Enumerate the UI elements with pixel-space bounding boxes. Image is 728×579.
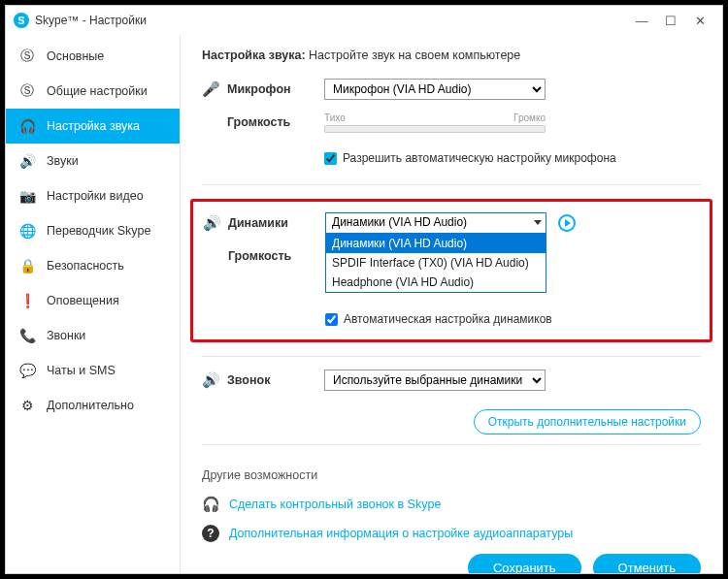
speakers-select[interactable]: Динамики (VIA HD Audio) (325, 212, 546, 234)
sidebar-item-label: Настройки видео (47, 189, 144, 203)
settings-window: S Skype™ - Настройки — ☐ ✕ Ⓢ Основные Ⓢ … (5, 5, 723, 574)
lock-icon: 🔒 (19, 258, 35, 273)
sidebar-item-label: Безопасность (47, 259, 124, 273)
open-advanced-settings-link[interactable]: Открыть дополнительные настройки (474, 409, 701, 434)
mic-volume-slider[interactable] (324, 125, 546, 133)
headset-icon: 🎧 (202, 496, 219, 513)
gear-icon: ⚙ (19, 398, 35, 413)
ring-select[interactable]: Используйте выбранные динамики (324, 370, 546, 391)
sidebar-item-label: Дополнительно (47, 399, 134, 412)
camera-icon: 📷 (19, 188, 35, 204)
slider-high-label: Громко (513, 113, 546, 123)
sidebar-item-label: Настройка звука (47, 119, 140, 133)
speakers-label: Динамики (228, 216, 325, 230)
speakers-auto-checkbox-input[interactable] (325, 313, 338, 326)
microphone-select[interactable]: Микрофон (VIA HD Audio) (324, 79, 546, 100)
sidebar-item-label: Звуки (47, 154, 79, 168)
maximize-button[interactable]: ☐ (656, 9, 685, 32)
skype-icon: Ⓢ (19, 83, 35, 99)
question-icon: ? (202, 525, 219, 542)
divider (202, 184, 701, 185)
sidebar-item-calls[interactable]: 📞 Звонки (6, 318, 180, 353)
titlebar: S Skype™ - Настройки — ☐ ✕ (6, 6, 722, 35)
slider-low-label: Тихо (324, 113, 346, 123)
alert-icon: ❗ (19, 293, 35, 308)
microphone-icon: 🎤 (202, 80, 227, 98)
speakers-section-highlight: 🔊 Динамики Динамики (VIA HD Audio) Динам… (190, 199, 712, 342)
mic-auto-checkbox[interactable]: Разрешить автоматическую настройку микро… (324, 151, 701, 165)
sidebar-item-general-settings[interactable]: Ⓢ Общие настройки (6, 74, 180, 109)
headset-icon: 🎧 (19, 118, 35, 134)
mic-volume-label: Громкость (227, 115, 324, 129)
more-info-link[interactable]: ? Дополнительная информация о настройке … (202, 525, 701, 542)
microphone-label: Микрофон (227, 82, 324, 96)
phone-icon: 📞 (19, 328, 35, 343)
sidebar-item-notifications[interactable]: ❗ Оповещения (6, 283, 180, 318)
sidebar-item-label: Основные (47, 49, 104, 63)
divider (202, 444, 701, 445)
speaker-icon: 🔊 (202, 371, 227, 389)
speakers-option[interactable]: Динамики (VIA HD Audio) (326, 234, 546, 253)
divider (202, 356, 701, 357)
sidebar: Ⓢ Основные Ⓢ Общие настройки 🎧 Настройка… (6, 35, 181, 573)
sidebar-item-sounds[interactable]: 🔊 Звуки (6, 144, 180, 178)
speakers-option[interactable]: Headphone (VIA HD Audio) (326, 273, 546, 292)
sidebar-item-video-settings[interactable]: 📷 Настройки видео (6, 178, 180, 213)
sidebar-item-translator[interactable]: 🌐 Переводчик Skype (6, 213, 180, 248)
sidebar-item-label: Переводчик Skype (47, 224, 151, 238)
test-call-link-label: Сделать контрольный звонок в Skype (229, 498, 441, 511)
speaker-icon: 🔊 (203, 214, 228, 232)
play-test-sound-button[interactable] (558, 214, 576, 232)
sidebar-item-label: Звонки (47, 329, 85, 342)
save-button[interactable]: Сохранить (468, 554, 581, 573)
cancel-button[interactable]: Отменить (593, 554, 701, 573)
more-info-link-label: Дополнительная информация о настройке ау… (229, 527, 573, 540)
speakers-auto-checkbox[interactable]: Автоматическая настройка динамиков (325, 312, 700, 326)
window-title: Skype™ - Настройки (35, 14, 147, 27)
skype-logo-icon: S (14, 13, 29, 28)
page-heading: Настройка звука: Настройте звук на своем… (202, 48, 701, 62)
sidebar-item-audio-settings[interactable]: 🎧 Настройка звука (6, 109, 180, 144)
sidebar-item-security[interactable]: 🔒 Безопасность (6, 248, 180, 283)
sidebar-item-general[interactable]: Ⓢ Основные (6, 39, 180, 74)
speakers-dropdown-list: Динамики (VIA HD Audio) SPDIF Interface … (325, 234, 546, 293)
mic-auto-checkbox-label: Разрешить автоматическую настройку микро… (343, 151, 616, 165)
speakers-volume-label: Громкость (228, 249, 325, 263)
sidebar-item-label: Чаты и SMS (47, 364, 116, 377)
other-options-title: Другие возможности (202, 468, 701, 482)
footer: Сохранить Отменить (202, 548, 701, 573)
speaker-icon: 🔊 (19, 153, 35, 169)
sidebar-item-advanced[interactable]: ⚙ Дополнительно (6, 388, 180, 423)
globe-icon: 🌐 (19, 223, 35, 239)
speakers-auto-checkbox-label: Автоматическая настройка динамиков (344, 312, 552, 326)
test-call-link[interactable]: 🎧 Сделать контрольный звонок в Skype (202, 496, 701, 513)
mic-auto-checkbox-input[interactable] (324, 152, 337, 165)
sidebar-item-label: Общие настройки (47, 84, 148, 98)
sidebar-item-chat-sms[interactable]: 💬 Чаты и SMS (6, 353, 180, 388)
minimize-button[interactable]: — (627, 9, 656, 32)
chat-icon: 💬 (19, 363, 35, 378)
close-button[interactable]: ✕ (685, 9, 714, 32)
speakers-option[interactable]: SPDIF Interface (TX0) (VIA HD Audio) (326, 253, 546, 273)
content-pane: Настройка звука: Настройте звук на своем… (181, 35, 722, 573)
sidebar-item-label: Оповещения (47, 294, 119, 307)
skype-icon: Ⓢ (19, 48, 35, 64)
ring-label: Звонок (227, 373, 324, 387)
